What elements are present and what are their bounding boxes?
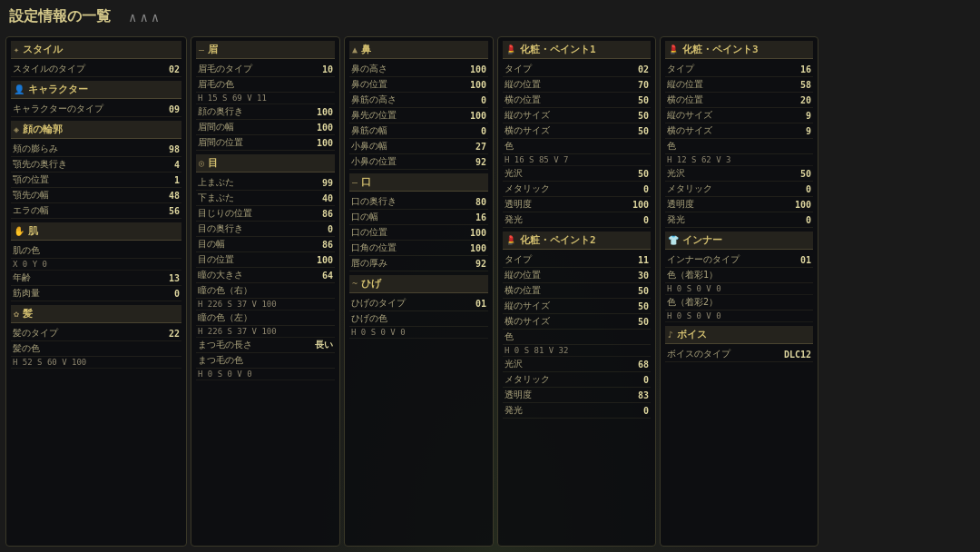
eye-header: ◎ 目 [196,154,335,172]
eye-section: ◎ 目 上まぶた99 下まぶた40 目じりの位置86 目の奥行き0 目の幅86 … [196,154,335,380]
character-label: キャラクター [28,83,88,96]
eye-icon: ◎ [199,158,204,168]
hair-hsv: H 52 S 60 V 100 [11,357,181,369]
face-depth-row: 顔の奥行き 100 [196,104,335,120]
age-val: 13 [169,273,180,283]
eyebrow-section: — 眉 眉毛のタイプ 10 眉毛の色 H 15 S 69 V 11 顔の奥行き … [196,41,335,151]
nose-icon: ▲ [352,44,358,54]
beard-section: ~ ひげ ひげのタイプ01 ひげの色 H 0 S 0 V 0 [349,275,488,339]
cheek-row: 頬の膨らみ 98 [11,142,181,157]
column-5: 💄 化粧・ペイント3 タイプ16 縦の位置58 横の位置20 縦のサイズ9 横の… [660,36,818,547]
column-4: 💄 化粧・ペイント1 タイプ02 縦の位置70 横の位置50 縦のサイズ50 横… [497,36,656,547]
mouth-section: — 口 口の奥行き80 口の幅16 口の位置100 口角の位置100 唇の厚み9… [349,173,488,271]
char-type-row: キャラクターのタイプ 09 [11,102,181,117]
skin-color-key: 肌の色 [13,244,40,257]
panels-container: ✦ スタイル スタイルのタイプ 02 👤 キャラクター キャラクターのタイプ 0… [5,36,975,547]
hair-header: ✿ 髪 [11,305,181,323]
character-section: 👤 キャラクター キャラクターのタイプ 09 [11,81,181,117]
style-type-key: スタイルのタイプ [13,63,85,75]
cheek-val: 98 [169,144,180,154]
jaw-pos-val: 1 [174,175,180,185]
skin-color-hsv: X 0 Y 0 [11,259,181,271]
muscle-val: 0 [174,289,180,299]
eyebrow-icon: — [199,44,204,54]
page-title: 設定情報の一覧 [9,7,111,26]
eyebrow-label: 眉 [208,43,218,56]
face-section: ◈ 顔の輪郭 頬の膨らみ 98 顎先の奥行き 4 顎の位置 1 顎先の幅 48 … [11,121,181,219]
column-1: ✦ スタイル スタイルのタイプ 02 👤 キャラクター キャラクターのタイプ 0… [5,36,187,547]
nose-header: ▲ 鼻 [349,41,488,59]
jaw-width-row: エラの幅 56 [11,203,181,219]
paint2-section: 💄 化粧・ペイント2 タイプ11 縦の位置30 横の位置50 縦のサイズ50 横… [503,232,651,419]
inner-header: 👕 インナー [665,232,813,250]
face-icon: ◈ [14,124,19,134]
beard-header: ~ ひげ [349,275,488,293]
skin-color-row: 肌の色 [11,243,181,259]
hair-type-row: 髪のタイプ 22 [11,326,181,341]
skin-label: 肌 [28,224,38,238]
hair-color-row: 髪の色 [11,341,181,357]
inner-label: インナー [682,233,722,247]
style-label: スタイル [23,43,63,56]
chin-width-row: 顎先の幅 48 [11,188,181,203]
voice-label: ボイス [677,328,707,341]
hair-hsv-val: H 52 S 60 V 100 [13,358,86,367]
chin-depth-key: 顎先の奥行き [13,158,67,171]
paint1-icon: 💄 [505,44,516,54]
skin-icon: ✋ [14,226,24,236]
muscle-key: 筋肉量 [13,287,40,300]
voice-section: ♪ ボイス ボイスのタイプDLC12 [665,326,813,362]
paint2-header: 💄 化粧・ペイント2 [503,232,651,250]
paint1-section: 💄 化粧・ペイント1 タイプ02 縦の位置70 横の位置50 縦のサイズ50 横… [503,41,651,228]
voice-icon: ♪ [668,330,673,340]
paint3-section: 💄 化粧・ペイント3 タイプ16 縦の位置58 横の位置20 縦のサイズ9 横の… [665,41,813,228]
hair-color-key: 髪の色 [13,342,40,355]
eyebrow-type-row: 眉毛のタイプ 10 [196,62,335,77]
character-icon: 👤 [14,84,24,94]
mouth-label: 口 [361,175,371,189]
paint1-header: 💄 化粧・ペイント1 [503,41,651,59]
page-title-area: 設定情報の一覧 ∧∧∧ [9,7,162,26]
chin-depth-row: 顎先の奥行き 4 [11,157,181,172]
column-2: — 眉 眉毛のタイプ 10 眉毛の色 H 15 S 69 V 11 顔の奥行き … [191,36,340,547]
hair-section: ✿ 髪 髪のタイプ 22 髪の色 H 52 S 60 V 100 [11,305,181,369]
nose-section: ▲ 鼻 鼻の高さ100 鼻の位置100 鼻筋の高さ0 鼻先の位置100 鼻筋の幅… [349,41,488,170]
skin-xy: X 0 Y 0 [13,260,47,269]
nose-label: 鼻 [361,43,371,56]
beard-label: ひげ [361,277,381,291]
hair-type-key: 髪のタイプ [13,327,58,340]
chin-width-key: 顎先の幅 [13,189,49,202]
jaw-width-val: 56 [169,206,180,216]
mouth-icon: — [352,177,358,187]
age-key: 年齢 [13,271,31,284]
eyebrow-color-row: 眉毛の色 [196,77,335,93]
brow-pos-row: 眉間の位置 100 [196,135,335,151]
paint1-label: 化粧・ペイント1 [520,43,596,56]
paint2-label: 化粧・ペイント2 [520,233,596,247]
paint3-label: 化粧・ペイント3 [682,43,759,56]
hair-label: 髪 [23,307,33,320]
jaw-pos-key: 顎の位置 [13,173,49,186]
age-row: 年齢 13 [11,271,181,286]
eyebrow-header: — 眉 [196,41,335,59]
beard-icon: ~ [352,279,358,289]
chin-depth-val: 4 [174,160,180,170]
deco-lines: ∧∧∧ [129,10,162,25]
voice-header: ♪ ボイス [665,326,813,344]
char-type-key: キャラクターのタイプ [13,103,103,115]
face-header: ◈ 顔の輪郭 [11,121,181,139]
inner-section: 👕 インナー インナーのタイプ01 色（着彩1） H 0 S 0 V 0 色（着… [665,232,813,322]
skin-header: ✋ 肌 [11,222,181,241]
style-type-row: スタイルのタイプ 02 [11,62,181,77]
eyebrow-hsv: H 15 S 69 V 11 [196,93,335,104]
jaw-width-key: エラの幅 [13,204,49,217]
paint3-header: 💄 化粧・ペイント3 [665,41,813,59]
cheek-key: 頬の膨らみ [13,143,58,155]
muscle-row: 筋肉量 0 [11,286,181,301]
hair-type-val: 22 [169,329,180,339]
jaw-pos-row: 顎の位置 1 [11,172,181,188]
face-label: 顔の輪郭 [23,123,63,136]
character-header: 👤 キャラクター [11,81,181,99]
paint2-icon: 💄 [505,235,516,245]
hair-icon: ✿ [14,309,19,319]
